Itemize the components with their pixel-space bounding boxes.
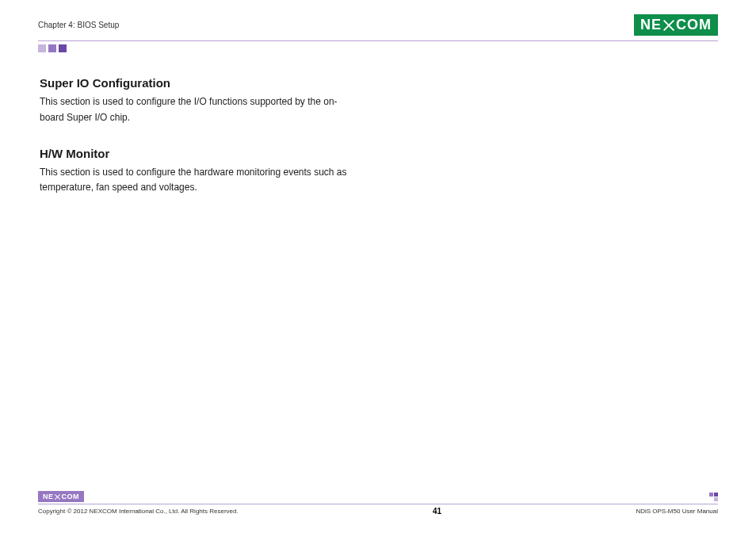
page-footer: NE COM Copyright © 2012 NEXCOM Internati… <box>38 491 718 516</box>
footer-decorative-squares <box>709 493 718 501</box>
decorative-squares <box>38 44 718 52</box>
logo-x-icon <box>662 19 675 32</box>
super-io-text: This section is used to configure the I/… <box>40 94 357 126</box>
super-io-heading: Super IO Configuration <box>40 76 718 90</box>
section-hw-monitor: H/W Monitor This section is used to conf… <box>40 147 718 197</box>
hw-monitor-text: This section is used to configure the ha… <box>40 165 357 197</box>
footer-logo-x-icon <box>55 493 61 500</box>
page-number: 41 <box>433 507 441 516</box>
square-mid-icon <box>48 44 56 52</box>
page-content: Super IO Configuration This section is u… <box>38 76 718 196</box>
manual-name: NDiS OPS-M50 User Manual <box>636 508 718 515</box>
logo-text-right: COM <box>676 17 712 33</box>
page-header: Chapter 4: BIOS Setup NE COM <box>38 14 718 36</box>
footer-text-row: Copyright © 2012 NEXCOM International Co… <box>38 507 718 516</box>
footer-logo-text-left: NE <box>43 493 54 500</box>
logo-text-left: NE <box>640 17 662 33</box>
footer-square-icon <box>709 497 713 501</box>
header-divider <box>38 40 718 41</box>
footer-square-icon <box>709 493 713 497</box>
footer-square-icon <box>714 493 718 497</box>
copyright-text: Copyright © 2012 NEXCOM International Co… <box>38 508 239 515</box>
chapter-title: Chapter 4: BIOS Setup <box>38 21 119 29</box>
section-super-io: Super IO Configuration This section is u… <box>40 76 718 126</box>
square-dark-icon <box>59 44 67 52</box>
nexcom-logo: NE COM <box>634 14 718 36</box>
square-light-icon <box>38 44 46 52</box>
footer-logo-row: NE COM <box>38 491 718 502</box>
footer-square-icon <box>714 497 718 501</box>
hw-monitor-heading: H/W Monitor <box>40 147 718 160</box>
footer-divider <box>38 504 718 504</box>
footer-nexcom-logo: NE COM <box>38 491 84 502</box>
footer-logo-text-right: COM <box>62 493 80 500</box>
logo-box: NE COM <box>634 14 718 36</box>
